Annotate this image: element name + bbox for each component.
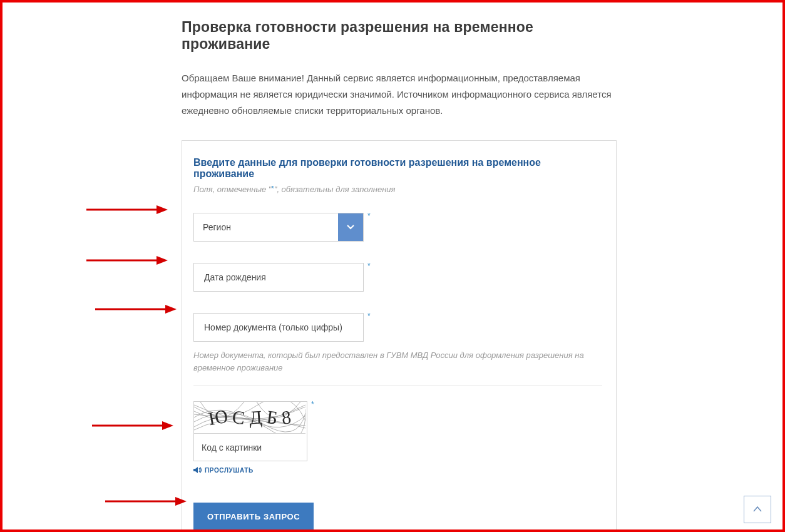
listen-captcha-button[interactable]: ПРОСЛУШАТЬ xyxy=(193,466,254,474)
dob-input[interactable] xyxy=(203,263,354,292)
form-heading: Введите данные для проверки готовности р… xyxy=(193,157,602,180)
main-content: Проверка готовности разрешения на времен… xyxy=(182,19,617,532)
captcha-stack: Ю С Д Б 8 xyxy=(193,401,307,461)
dob-field-wrap xyxy=(193,263,364,292)
form-box: Введите данные для проверки готовности р… xyxy=(182,140,617,532)
captcha-input[interactable] xyxy=(194,433,305,461)
required-star: * xyxy=(367,312,371,320)
docnum-row: * xyxy=(193,313,602,342)
captcha-char: Б xyxy=(265,406,279,429)
divider xyxy=(193,386,602,386)
dob-row: * xyxy=(193,263,602,292)
svg-marker-3 xyxy=(156,256,168,265)
page-root: Проверка готовности разрешения на времен… xyxy=(0,0,785,532)
annotation-arrow-icon xyxy=(86,254,168,267)
captcha-char: С xyxy=(231,406,245,429)
annotation-arrow-icon xyxy=(86,203,168,216)
annotation-arrow-icon xyxy=(105,495,187,508)
captcha-image: Ю С Д Б 8 xyxy=(194,402,305,433)
chevron-up-icon xyxy=(752,504,763,515)
page-title: Проверка готовности разрешения на времен… xyxy=(182,19,617,53)
captcha-letters: Ю С Д Б 8 xyxy=(194,402,305,433)
required-star: * xyxy=(367,262,371,270)
captcha-char: Ю xyxy=(207,406,230,430)
svg-marker-5 xyxy=(165,305,177,314)
submit-button[interactable]: ОТПРАВИТЬ ЗАПРОС xyxy=(193,503,314,530)
hint-post: ", обязательны для заполнения xyxy=(274,185,396,194)
region-select[interactable]: Регион xyxy=(193,213,364,242)
hint-pre: Поля, отмеченные " xyxy=(193,185,271,194)
captcha-char: 8 xyxy=(280,406,292,428)
annotation-arrow-icon xyxy=(92,419,173,432)
required-star: * xyxy=(311,400,314,409)
svg-marker-7 xyxy=(162,421,173,430)
docnum-field-wrap xyxy=(193,313,364,342)
speaker-icon xyxy=(193,466,202,474)
required-star: * xyxy=(367,212,371,220)
listen-label: ПРОСЛУШАТЬ xyxy=(205,467,254,474)
captcha-block: Ю С Д Б 8 * xyxy=(193,401,602,476)
chevron-down-icon[interactable] xyxy=(338,213,363,241)
captcha-char: Д xyxy=(249,406,263,428)
annotation-arrow-icon xyxy=(95,303,177,315)
svg-marker-9 xyxy=(175,497,187,506)
docnum-hint: Номер документа, который был предоставле… xyxy=(193,349,594,374)
intro-text: Обращаем Ваше внимание! Данный сервис яв… xyxy=(182,70,617,119)
required-hint: Поля, отмеченные "*", обязательны для за… xyxy=(193,185,602,194)
docnum-input[interactable] xyxy=(203,313,354,342)
region-placeholder: Регион xyxy=(203,222,338,232)
svg-marker-1 xyxy=(156,205,168,214)
scroll-top-button[interactable] xyxy=(744,496,771,523)
region-row: Регион * xyxy=(193,213,602,242)
